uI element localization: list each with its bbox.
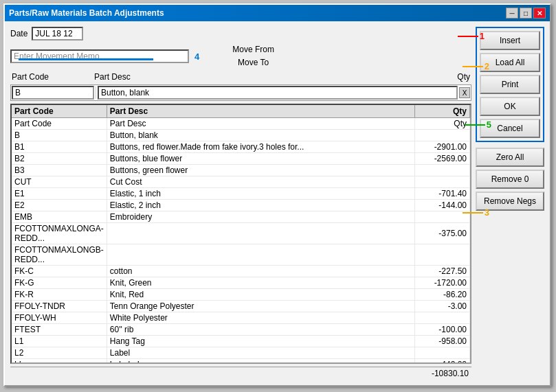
cell-part-desc: 60'' rib <box>107 324 414 336</box>
table-header-row: Part Code Part Desc Qty <box>12 105 470 118</box>
step4-label: 4 <box>194 51 199 62</box>
total-row: -10830.10 <box>10 367 471 380</box>
cell-part-code: FCOTTONMAXLONGA-REDD... <box>12 223 107 244</box>
table-row[interactable]: FK-GKnit, Green-1720.00 <box>12 277 470 289</box>
cell-part-desc: Elastic, 1 inch <box>107 188 414 200</box>
part-code-col-label: Part Code <box>12 72 94 82</box>
table-row[interactable]: FK-RKnit, Red-86.20 <box>12 289 470 301</box>
cell-qty <box>415 347 470 359</box>
cell-qty: -375.00 <box>415 223 470 244</box>
table-row[interactable]: FTEST60'' rib-100.00 <box>12 324 470 336</box>
cell-qty: -2569.00 <box>415 153 470 165</box>
cell-part-code: B1 <box>12 141 107 153</box>
cell-part-code: FTEST <box>12 324 107 336</box>
cell-qty: -701.40 <box>415 188 470 200</box>
table-row[interactable]: CUTCut Cost <box>12 176 470 188</box>
left-panel: Date Enter Movement Memo 4 Move From Mov… <box>10 27 471 380</box>
cell-qty: -442.00 <box>415 359 470 364</box>
cell-part-code: LL <box>12 359 107 364</box>
cell-qty: -2901.00 <box>415 141 470 153</box>
maximize-button[interactable]: □ <box>520 8 532 19</box>
cell-part-desc: Knit, Green <box>107 277 414 289</box>
zero-all-button[interactable]: Zero All <box>476 148 544 167</box>
remove-negs-button[interactable]: Remove Negs <box>476 192 544 211</box>
cell-part-code: FFOLY-TNDR <box>12 301 107 312</box>
table-row[interactable]: E2Elastic, 2 inch-144.00 <box>12 200 470 211</box>
date-input[interactable] <box>32 27 83 41</box>
memo-slider <box>19 58 153 60</box>
cell-part-code: FFOLY-WH <box>12 312 107 324</box>
cell-part-desc: Buttons, blue flower <box>107 153 414 165</box>
cell-part-desc: White Polyester <box>107 312 414 324</box>
table-row[interactable]: B1Buttons, red flower.Made from fake ivo… <box>12 141 470 153</box>
main-button-group: Insert Load All Print OK Cancel <box>476 27 544 142</box>
cell-part-code: CUT <box>12 176 107 188</box>
part-desc-col-label: Part Desc <box>94 72 457 82</box>
qty-col-label: Qty <box>457 72 470 82</box>
cell-part-code: EMB <box>12 211 107 223</box>
cell-qty: Qty <box>415 118 470 130</box>
move-labels: Move From Move To <box>232 43 274 69</box>
column-headers: Part Code Part Desc Qty <box>10 72 471 82</box>
window-title: Parts/Raw Materials Batch Adjustments <box>9 8 164 18</box>
entry-row: X <box>10 84 471 101</box>
table-row[interactable]: FFOLY-TNDRTenn Orange Polyester-3.00 <box>12 301 470 312</box>
cell-part-desc <box>107 223 414 244</box>
cancel-button[interactable]: Cancel <box>480 119 540 138</box>
table-row[interactable]: FCOTTONMAXLONGA-REDD...-375.00 <box>12 223 470 244</box>
cell-part-code: B3 <box>12 165 107 176</box>
table-row[interactable]: BButton, blank <box>12 130 470 141</box>
table-row[interactable]: FFOLY-WHWhite Polyester <box>12 312 470 324</box>
memo-field[interactable]: Enter Movement Memo <box>10 49 189 63</box>
th-qty: Qty <box>415 105 470 118</box>
load-all-button[interactable]: Load All <box>480 53 540 72</box>
cell-part-desc: Button, blank <box>107 130 414 141</box>
cell-qty <box>415 312 470 324</box>
table-row[interactable]: L2Label <box>12 347 470 359</box>
cell-part-code: B2 <box>12 153 107 165</box>
remove-0-button[interactable]: Remove 0 <box>476 170 544 189</box>
clear-button[interactable]: X <box>459 87 470 98</box>
cell-part-desc: Elastic, 2 inch <box>107 200 414 211</box>
total-value: -10830.10 <box>432 369 469 378</box>
move-from-label: Move From <box>232 43 274 56</box>
ok-button[interactable]: OK <box>480 97 540 116</box>
cell-part-desc: Label - Large <box>107 359 414 364</box>
table-row[interactable]: B2Buttons, blue flower-2569.00 <box>12 153 470 165</box>
th-part-code: Part Code <box>12 105 107 118</box>
table-row[interactable]: FK-Ccotton-227.50 <box>12 266 470 277</box>
table-row[interactable]: E1Elastic, 1 inch-701.40 <box>12 188 470 200</box>
table-body: Part CodePart DescQtyBButton, blankB1But… <box>12 118 470 364</box>
cell-qty: -1720.00 <box>415 277 470 289</box>
cell-part-desc: cotton <box>107 266 414 277</box>
part-desc-entry[interactable] <box>98 86 458 100</box>
table-row[interactable]: EMBEmbroidery <box>12 211 470 223</box>
cell-part-desc: Hang Tag <box>107 336 414 347</box>
table-row[interactable]: B3Buttons, green flower <box>12 165 470 176</box>
table-row[interactable]: Part CodePart DescQty <box>12 118 470 130</box>
cell-qty: -227.50 <box>415 266 470 277</box>
table-row[interactable]: LLLabel - Large-442.00 <box>12 359 470 364</box>
move-to-label: Move To <box>232 56 274 69</box>
table-row[interactable]: FCOTTONMAXLONGB-REDD... <box>12 244 470 266</box>
table-row[interactable]: L1Hang Tag-958.00 <box>12 336 470 347</box>
minimize-button[interactable]: ─ <box>506 8 518 19</box>
part-code-entry[interactable] <box>12 86 94 100</box>
cell-part-desc: Knit, Red <box>107 289 414 301</box>
cell-part-desc: Part Desc <box>107 118 414 130</box>
main-window: Parts/Raw Materials Batch Adjustments ─ … <box>3 3 551 387</box>
cell-part-desc: Buttons, red flower.Made from fake ivory… <box>107 141 414 153</box>
parts-table-container[interactable]: Part Code Part Desc Qty Part CodePart De… <box>10 104 471 364</box>
cell-part-desc: Embroidery <box>107 211 414 223</box>
cell-part-desc: Label <box>107 347 414 359</box>
cell-part-desc: Buttons, green flower <box>107 165 414 176</box>
memo-move-row: Enter Movement Memo 4 Move From Move To <box>10 43 471 69</box>
cell-qty: -958.00 <box>415 336 470 347</box>
close-button[interactable]: ✕ <box>533 8 546 19</box>
print-button[interactable]: Print <box>480 75 540 94</box>
cell-qty <box>415 176 470 188</box>
parts-table: Part Code Part Desc Qty Part CodePart De… <box>12 105 470 364</box>
insert-button[interactable]: Insert <box>480 31 540 50</box>
cell-part-code: FK-C <box>12 266 107 277</box>
cell-part-code: L1 <box>12 336 107 347</box>
